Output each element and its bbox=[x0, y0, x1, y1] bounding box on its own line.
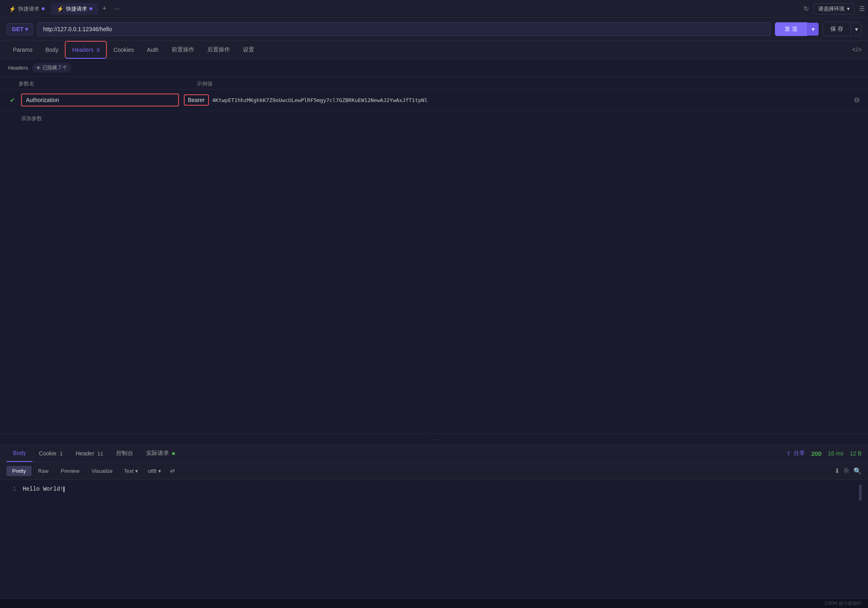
headers-label-row: Headers 👁 已隐藏 7 个 bbox=[0, 59, 868, 77]
tab-headers[interactable]: Headers 8 bbox=[65, 41, 107, 59]
env-selector[interactable]: 请选择环境 ▾ bbox=[814, 3, 854, 15]
table-row: ✔ Bearer 4KtwpET1hhzMKghkK7Z9oUwcULewPlR… bbox=[0, 89, 868, 111]
encoding-chevron-icon: ▾ bbox=[158, 468, 161, 474]
divider-dots: · · · bbox=[428, 436, 440, 442]
tab-headers-label: Headers bbox=[72, 47, 94, 53]
encoding-selector[interactable]: utf8 ▾ bbox=[144, 466, 165, 476]
tab-dot-1 bbox=[42, 7, 45, 10]
header-name-input[interactable] bbox=[21, 94, 179, 106]
body-tab-pretty[interactable]: Pretty bbox=[6, 466, 32, 476]
download-icon[interactable]: ⬇ bbox=[834, 467, 840, 475]
save-button-group: 保 存 ▾ bbox=[823, 22, 862, 36]
visualize-label: Visualize bbox=[91, 468, 113, 474]
preview-label: Preview bbox=[61, 468, 79, 474]
body-format-tabs: Pretty Raw Preview Visualize Text ▾ utf8… bbox=[0, 462, 868, 480]
search-icon[interactable]: 🔍 bbox=[853, 467, 862, 475]
copy-icon[interactable]: ⎘ bbox=[845, 467, 849, 474]
env-label: 请选择环境 bbox=[818, 5, 845, 13]
add-param-button[interactable]: 添加参数 bbox=[0, 111, 868, 126]
tab-label-1: 快捷请求 bbox=[18, 5, 39, 13]
body-tab-visualize[interactable]: Visualize bbox=[86, 466, 118, 476]
resp-tab-console[interactable]: 控制台 bbox=[110, 445, 140, 462]
code-content: Hello World! bbox=[23, 485, 853, 593]
request-tabs: Params Body Headers 8 Cookies Auth 前置操作 … bbox=[0, 41, 868, 59]
method-label: GET bbox=[12, 26, 23, 32]
scrollbar[interactable] bbox=[859, 485, 862, 501]
body-tab-preview[interactable]: Preview bbox=[55, 466, 85, 476]
add-tab-button[interactable]: + bbox=[99, 3, 110, 15]
col-param-name: 参数名 bbox=[19, 80, 197, 87]
format-label: Text bbox=[124, 468, 134, 474]
header-value-rest: 4KtwpET1hhzMKghkK7Z9oUwcULewPlRF5mgy7cl7… bbox=[212, 97, 847, 103]
headers-section-label: Headers bbox=[8, 65, 28, 71]
lightning-icon-1: ⚡ bbox=[9, 6, 16, 12]
tab-pre-ops-label: 前置操作 bbox=[172, 46, 194, 53]
tab-post-ops-label: 后置操作 bbox=[207, 46, 230, 53]
code-line-1: Hello World! bbox=[23, 486, 64, 492]
headers-badge: 8 bbox=[97, 47, 100, 53]
resp-header-label: Header bbox=[76, 450, 94, 457]
response-size: 12 B bbox=[850, 450, 862, 457]
tab-body-label: Body bbox=[45, 47, 58, 53]
tab-post-ops[interactable]: 后置操作 bbox=[201, 41, 236, 58]
body-tab-raw[interactable]: Raw bbox=[32, 466, 54, 476]
url-input[interactable] bbox=[37, 22, 771, 36]
share-button[interactable]: ⇧ 分享 bbox=[786, 450, 805, 457]
resp-tab-cookie[interactable]: Cookie 1 bbox=[32, 445, 69, 461]
row-check-icon[interactable]: ✔ bbox=[8, 96, 16, 104]
pretty-label: Pretty bbox=[12, 468, 26, 474]
save-arrow-button[interactable]: ▾ bbox=[852, 22, 862, 36]
tab-settings-label: 设置 bbox=[243, 46, 254, 53]
bearer-value-highlighted[interactable]: Bearer bbox=[184, 94, 209, 106]
resp-tab-actual-request[interactable]: 实际请求 bbox=[140, 445, 181, 462]
resize-divider[interactable]: · · · bbox=[0, 434, 868, 444]
send-button[interactable]: 发 送 bbox=[775, 22, 807, 36]
hidden-badge[interactable]: 👁 已隐藏 7 个 bbox=[32, 63, 71, 72]
hidden-count: 已隐藏 7 个 bbox=[43, 64, 67, 71]
send-arrow-button[interactable]: ▾ bbox=[807, 23, 819, 36]
tab-auth-label: Auth bbox=[147, 47, 159, 53]
tab-bar-right: ↻ 请选择环境 ▾ ☰ bbox=[804, 3, 865, 15]
resp-body-label: Body bbox=[13, 450, 26, 456]
resp-actual-request-label: 实际请求 bbox=[146, 450, 169, 456]
tab-params[interactable]: Params bbox=[6, 42, 39, 58]
chevron-down-icon: ▾ bbox=[847, 6, 850, 12]
save-button[interactable]: 保 存 bbox=[823, 22, 851, 36]
body-actions-right: ⬇ ⎘ 🔍 bbox=[834, 467, 862, 475]
tab-item-1[interactable]: ⚡ 快捷请求 bbox=[3, 3, 50, 15]
header-value-container: Bearer 4KtwpET1hhzMKghkK7Z9oUwcULewPlRF5… bbox=[184, 94, 860, 106]
tab-label-2: 快捷请求 bbox=[66, 5, 87, 13]
tab-dot-2 bbox=[89, 7, 92, 10]
response-section: Body Cookie 1 Header 11 控制台 实际请求 ⇧ 分享 20… bbox=[0, 444, 868, 598]
footer: CSDN @小道仙97 bbox=[0, 598, 868, 608]
resp-cookie-label: Cookie bbox=[39, 450, 57, 457]
menu-icon[interactable]: ☰ bbox=[859, 5, 865, 13]
tab-cookies[interactable]: Cookies bbox=[107, 42, 140, 58]
status-code: 200 bbox=[811, 450, 821, 457]
tab-settings[interactable]: 设置 bbox=[236, 41, 261, 58]
tab-body[interactable]: Body bbox=[39, 42, 65, 58]
header-delete-icon[interactable]: ⊖ bbox=[854, 96, 860, 104]
tab-pre-ops[interactable]: 前置操作 bbox=[165, 41, 201, 58]
method-selector[interactable]: GET ▾ bbox=[6, 23, 33, 35]
column-headers: 参数名 示例值 bbox=[0, 77, 868, 89]
refresh-icon[interactable]: ↻ bbox=[804, 5, 809, 13]
url-bar: GET ▾ 发 送 ▾ 保 存 ▾ bbox=[0, 18, 868, 41]
encoding-label: utf8 bbox=[148, 468, 157, 474]
footer-credit: CSDN @小道仙97 bbox=[825, 601, 862, 606]
col-example-value: 示例值 bbox=[197, 80, 860, 87]
method-chevron-icon: ▾ bbox=[25, 26, 28, 32]
share-icon: ⇧ bbox=[786, 450, 791, 457]
format-selector[interactable]: Text ▾ bbox=[119, 466, 143, 476]
cookie-badge: 1 bbox=[60, 451, 62, 457]
more-tabs-button[interactable]: ··· bbox=[111, 4, 123, 14]
resp-tab-body[interactable]: Body bbox=[6, 445, 32, 462]
tab-cookies-label: Cookies bbox=[113, 47, 134, 53]
wrap-icon[interactable]: ⇄ bbox=[166, 466, 179, 476]
code-icon[interactable]: </> bbox=[852, 46, 862, 53]
tab-item-2[interactable]: ⚡ 快捷请求 bbox=[51, 3, 98, 15]
headers-section: Headers 👁 已隐藏 7 个 参数名 示例值 ✔ Bearer 4Ktwp… bbox=[0, 59, 868, 434]
tab-auth[interactable]: Auth bbox=[140, 42, 165, 58]
resp-tab-header[interactable]: Header 11 bbox=[69, 445, 110, 461]
code-area: 1 Hello World! bbox=[0, 480, 868, 598]
